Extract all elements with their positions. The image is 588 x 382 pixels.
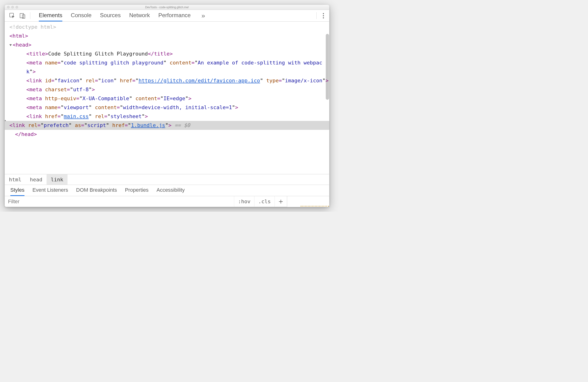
zoom-window-button[interactable] [16,6,18,8]
styles-subtabs: Styles Event Listeners DOM Breakpoints P… [5,185,329,196]
tab-network[interactable]: Network [129,10,150,21]
inspect-element-icon[interactable] [8,10,17,21]
traffic-lights [5,6,18,8]
svg-point-5 [323,17,324,18]
toolbar-divider [316,12,316,19]
subtab-event-listeners[interactable]: Event Listeners [32,185,68,196]
dom-line[interactable]: <title>Code Splitting Glitch Playground<… [9,49,329,58]
devtools-window: DevTools - code-splitting.glitch.me/ Ele… [5,5,329,207]
dom-line[interactable]: <head> [9,41,329,49]
svg-rect-1 [20,13,23,18]
kebab-menu-icon[interactable] [320,10,327,21]
dom-line[interactable]: •••<link rel="prefetch" as="script" href… [5,121,329,130]
svg-point-3 [323,13,324,14]
svg-point-4 [323,15,324,16]
dom-breadcrumb: html head link [5,174,329,185]
tab-sources[interactable]: Sources [100,10,121,21]
styles-toolbar: :hov .cls [5,196,287,207]
dom-line[interactable]: <link id="favicon" rel="icon" href="http… [9,76,329,85]
breadcrumb-link[interactable]: link [46,174,67,185]
dom-line[interactable]: <html> [9,32,329,41]
dom-line[interactable]: <meta http-equiv="X-UA-Compatible" conte… [9,94,329,103]
tab-elements[interactable]: Elements [39,10,62,21]
styles-toolbar-row: :hov .cls [5,196,329,207]
dom-line[interactable]: <link href="main.css" rel="stylesheet"> [9,112,329,121]
computed-preview-strip [287,196,329,207]
toolbar-divider [30,12,30,19]
subtab-accessibility[interactable]: Accessibility [156,185,185,196]
dom-line-doctype[interactable]: <!doctype html> [9,22,329,32]
minimize-window-button[interactable] [11,6,14,8]
cls-button[interactable]: .cls [254,196,274,207]
breadcrumb-head[interactable]: head [26,174,46,185]
main-toolbar: Elements Console Sources Network Perform… [5,10,329,22]
device-toolbar-icon[interactable] [18,10,27,21]
close-window-button[interactable] [7,6,10,8]
selected-line-gutter-icon: ••• [5,121,9,130]
window-title: DevTools - code-splitting.glitch.me/ [5,6,329,9]
subtab-styles[interactable]: Styles [10,185,24,196]
dom-tree-panel[interactable]: <!doctype html><html><head><title>Code S… [5,22,329,174]
tab-performance[interactable]: Performance [158,10,190,21]
dom-line[interactable]: <meta name="code splitting glitch playgr… [9,58,329,76]
styles-filter-input[interactable] [5,196,234,207]
dom-line[interactable]: </head> [9,130,329,139]
new-style-rule-icon[interactable] [274,196,287,207]
hov-button[interactable]: :hov [234,196,254,207]
window-titlebar: DevTools - code-splitting.glitch.me/ [5,5,329,10]
dom-line[interactable]: <meta name="viewport" content="width=dev… [9,103,329,112]
subtab-properties[interactable]: Properties [125,185,148,196]
tab-console[interactable]: Console [71,10,91,21]
main-tabs: Elements Console Sources Network Perform… [39,10,313,21]
breadcrumb-html[interactable]: html [5,174,26,185]
dom-line[interactable]: <meta charset="utf-8"> [9,85,329,94]
subtab-dom-breakpoints[interactable]: DOM Breakpoints [76,185,117,196]
more-tabs-icon[interactable]: » [199,10,208,21]
